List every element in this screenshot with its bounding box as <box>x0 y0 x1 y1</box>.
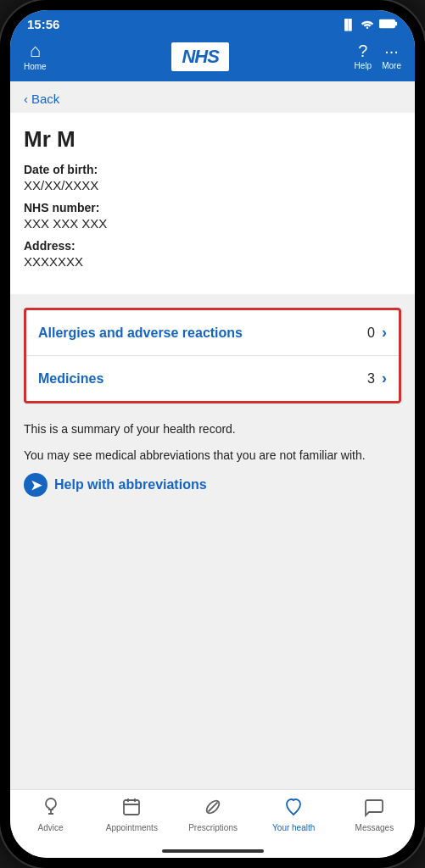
medicines-label: Medicines <box>38 371 367 387</box>
signal-icon: ▐▌ <box>341 19 355 31</box>
medicines-chevron-icon: › <box>382 370 387 387</box>
help-button[interactable]: ? Help <box>355 42 372 70</box>
health-records-section: Allergies and adverse reactions 0 › Medi… <box>24 308 401 403</box>
home-nav-item[interactable]: ⌂ Home <box>24 42 47 71</box>
phone-frame: 15:56 ▐▌ <box>0 0 425 868</box>
summary-text-1: This is a summary of your health record. <box>24 420 401 438</box>
medicines-count: 3 <box>367 371 375 387</box>
back-link[interactable]: ‹ Back <box>10 81 415 113</box>
svg-rect-2 <box>394 21 397 25</box>
address-label: Address: <box>24 239 401 253</box>
wifi-icon <box>361 18 374 31</box>
help-abbreviations-link[interactable]: ➤ Help with abbreviations <box>24 473 401 497</box>
header-right: ? Help ··· More <box>355 42 401 70</box>
status-icons: ▐▌ <box>341 18 398 31</box>
nav-prescriptions-label: Prescriptions <box>188 823 238 832</box>
prescriptions-icon <box>203 797 223 821</box>
help-label: Help <box>355 61 372 70</box>
nav-messages-label: Messages <box>355 823 394 832</box>
svg-rect-5 <box>124 800 139 815</box>
status-bar: 15:56 ▐▌ <box>10 10 415 35</box>
nav-your-health[interactable]: Your health <box>268 797 319 832</box>
summary-text-2: You may see medical abbreviations that y… <box>24 447 401 465</box>
nav-your-health-label: Your health <box>272 823 315 832</box>
nhs-header: ⌂ Home NHS ? Help ··· More <box>10 35 415 81</box>
nav-appointments[interactable]: Appointments <box>106 797 158 832</box>
address-value: XXXXXXX <box>24 254 401 269</box>
nav-appointments-label: Appointments <box>106 823 158 832</box>
nav-advice-label: Advice <box>38 823 64 832</box>
nav-prescriptions[interactable]: Prescriptions <box>187 797 238 832</box>
medicines-item[interactable]: Medicines 3 › <box>26 356 399 401</box>
nhs-logo: NHS <box>171 42 228 71</box>
patient-info-section: Mr M Date of birth: XX/XX/XXXX NHS numbe… <box>10 113 415 294</box>
home-label: Home <box>24 62 47 71</box>
your-health-icon <box>283 797 304 821</box>
help-abbreviations-icon: ➤ <box>24 473 48 497</box>
allergies-label: Allergies and adverse reactions <box>38 326 367 341</box>
back-chevron-icon: ‹ <box>24 92 28 106</box>
allergies-count: 0 <box>367 326 375 341</box>
summary-section: This is a summary of your health record.… <box>10 417 415 510</box>
more-icon: ··· <box>384 42 399 59</box>
more-button[interactable]: ··· More <box>382 42 401 70</box>
dob-label: Date of birth: <box>24 163 401 176</box>
help-abbreviations-label: Help with abbreviations <box>54 477 207 492</box>
dob-value: XX/XX/XXXX <box>24 178 401 192</box>
help-icon: ? <box>358 42 367 59</box>
allergies-item[interactable]: Allergies and adverse reactions 0 › <box>26 310 399 356</box>
phone-screen: 15:56 ▐▌ <box>10 10 415 858</box>
content-area: ‹ Back Mr M Date of birth: XX/XX/XXXX NH… <box>10 81 415 789</box>
home-indicator <box>10 846 415 858</box>
home-icon: ⌂ <box>30 42 41 60</box>
more-label: More <box>382 61 401 70</box>
bottom-nav: Advice Appointments <box>10 789 415 846</box>
messages-icon <box>364 797 384 821</box>
nav-advice[interactable]: Advice <box>25 797 76 832</box>
patient-name: Mr M <box>24 126 401 153</box>
advice-icon <box>41 797 61 821</box>
appointments-icon <box>121 797 142 821</box>
nav-messages[interactable]: Messages <box>349 797 400 832</box>
svg-point-0 <box>366 26 368 28</box>
status-time: 15:56 <box>27 17 59 31</box>
home-bar <box>162 849 264 853</box>
battery-icon <box>379 18 398 31</box>
allergies-chevron-icon: › <box>382 324 387 342</box>
nhs-number-label: NHS number: <box>24 201 401 214</box>
back-label: Back <box>31 92 59 106</box>
svg-rect-1 <box>379 19 394 27</box>
nhs-number-value: XXX XXX XXX <box>24 216 401 231</box>
